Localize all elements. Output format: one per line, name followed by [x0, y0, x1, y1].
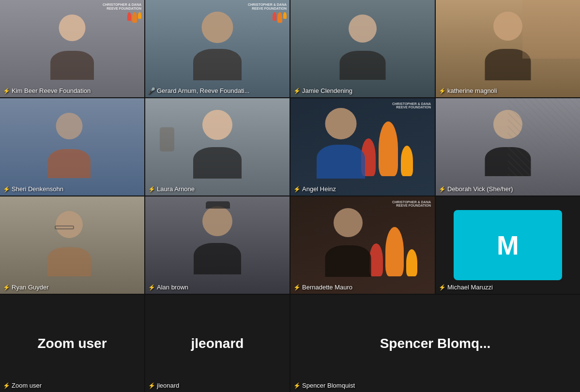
- participant-name-michael: ⚡ Michael Maruzzi: [439, 284, 493, 291]
- mic-muted-icon-jleonard: ⚡: [148, 382, 155, 389]
- participant-cell-laura[interactable]: ⚡ Laura Arnone: [145, 98, 290, 196]
- participant-name-bernadette: ⚡ Bernadette Mauro: [293, 284, 352, 291]
- mic-muted-icon-spencer: ⚡: [293, 382, 300, 389]
- video-grid: CHRISTOPHER & DANA REEVE FOUNDATION ⚡ Ki…: [0, 0, 580, 392]
- participant-cell-kim[interactable]: CHRISTOPHER & DANA REEVE FOUNDATION ⚡ Ki…: [0, 0, 144, 97]
- participant-cell-sheri[interactable]: ⚡ Sheri Denkensohn: [0, 98, 144, 196]
- mic-muted-icon-zoom-user: ⚡: [3, 382, 10, 389]
- participant-name-kim: ⚡ Kim Beer Reeve Foundation: [3, 87, 91, 94]
- mic-muted-icon-michael: ⚡: [439, 284, 445, 291]
- mic-muted-icon-deborah: ⚡: [439, 186, 445, 193]
- mic-muted-icon-sheri: ⚡: [3, 186, 10, 193]
- participant-name-katherine: ⚡ katherine magnoli: [439, 87, 497, 94]
- mic-muted-icon-laura: ⚡: [148, 186, 155, 193]
- participant-name-spencer: ⚡ Spencer Blomquist: [293, 382, 355, 389]
- participant-cell-alan[interactable]: ⚡ Alan brown: [145, 196, 290, 294]
- mic-muted-icon-ryan: ⚡: [3, 284, 10, 291]
- mic-muted-icon-alan: ⚡: [148, 284, 155, 291]
- mic-muted-icon-jamie: ⚡: [293, 88, 300, 94]
- mic-muted-icon-katherine: ⚡: [439, 88, 445, 94]
- participant-cell-spencer[interactable]: Spencer Blomq... ⚡ Spencer Blomquist: [290, 295, 580, 392]
- participant-cell-jleonard[interactable]: jleonard ⚡ jleonard: [145, 295, 290, 392]
- participant-cell-angel[interactable]: CHRISTOPHER & DANA REEVE FOUNDATION ⚡ An…: [290, 98, 435, 196]
- participant-name-jleonard: ⚡ jleonard: [148, 382, 179, 389]
- participant-name-zoom-user: ⚡ Zoom user: [3, 382, 42, 389]
- participant-cell-jamie[interactable]: ⚡ Jamie Clendening: [290, 0, 435, 97]
- participant-name-jamie: ⚡ Jamie Clendening: [293, 87, 352, 94]
- participant-name-gerard: 🎤 Gerard Arnum, Reeve Foundati...: [148, 87, 249, 94]
- participant-name-sheri: ⚡ Sheri Denkensohn: [3, 185, 63, 193]
- mic-muted-icon-angel: ⚡: [293, 186, 300, 193]
- participant-cell-zoom-user[interactable]: Zoom user ⚡ Zoom user: [0, 295, 144, 392]
- mic-icon-gerard: 🎤: [148, 88, 155, 94]
- mic-muted-icon-bernadette: ⚡: [293, 284, 300, 291]
- participant-name-alan: ⚡ Alan brown: [148, 284, 188, 291]
- participant-cell-deborah[interactable]: ⚡ Deborah Vick (She/her): [436, 98, 580, 196]
- participant-cell-bernadette[interactable]: CHRISTOPHER & DANA REEVE FOUNDATION ⚡ Be…: [290, 196, 435, 294]
- participant-cell-michael[interactable]: M ⚡ Michael Maruzzi: [436, 196, 580, 294]
- participant-cell-gerard[interactable]: CHRISTOPHER & DANA REEVE FOUNDATION 🎤 Ge…: [145, 0, 290, 97]
- mic-muted-icon-kim: ⚡: [3, 88, 10, 94]
- participant-name-deborah: ⚡ Deborah Vick (She/her): [439, 185, 513, 193]
- participant-name-ryan: ⚡ Ryan Guyder: [3, 284, 49, 291]
- participant-cell-katherine[interactable]: ⚡ katherine magnoli: [436, 0, 580, 97]
- participant-name-laura: ⚡ Laura Arnone: [148, 185, 195, 193]
- participant-cell-ryan[interactable]: ⚡ Ryan Guyder: [0, 196, 144, 294]
- participant-name-angel: ⚡ Angel Heinz: [293, 185, 336, 193]
